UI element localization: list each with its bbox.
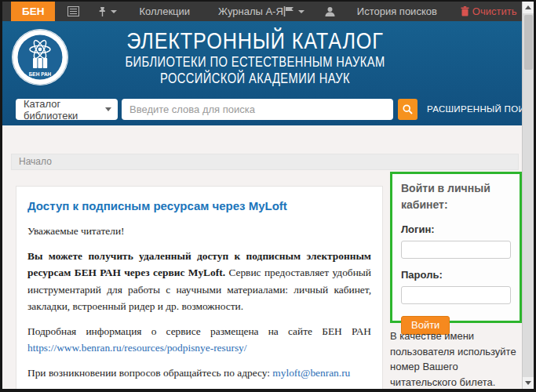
site-header: БЕН РАН ЭЛЕКТРОННЫЙ КАТАЛОГ БИБЛИОТЕКИ П… bbox=[2, 21, 522, 125]
arrow-down-icon bbox=[525, 381, 531, 385]
catalog-scope-value: Каталог библиотеки bbox=[24, 98, 105, 122]
search-history-link[interactable]: История поисков bbox=[357, 5, 437, 17]
scrollbar-down-button[interactable] bbox=[523, 377, 534, 389]
news-article-panel: Доступ к подписным ресурсам через MyLoft… bbox=[16, 186, 383, 392]
advanced-search-link[interactable]: РАСШИРЕННЫЙ ПОИСК bbox=[427, 99, 536, 120]
user-icon bbox=[325, 6, 335, 17]
catalog-title-block: ЭЛЕКТРОННЫЙ КАТАЛОГ БИБЛИОТЕКИ ПО ЕСТЕСТ… bbox=[84, 27, 427, 87]
sidebar: Войти в личный кабинет: Логин: Пароль: В… bbox=[390, 172, 522, 392]
list-icon[interactable] bbox=[67, 6, 79, 16]
pin-menu-button[interactable] bbox=[98, 6, 117, 17]
catalog-title: ЭЛЕКТРОННЫЙ КАТАЛОГ bbox=[84, 27, 427, 54]
breadcrumb[interactable]: Начало bbox=[11, 154, 519, 170]
article-paragraph: Подробная информация о сервисе размещена… bbox=[27, 323, 371, 356]
article-text: При возникновении вопросов обращайтесь п… bbox=[27, 367, 272, 379]
password-label: Пароль: bbox=[401, 269, 511, 281]
search-bar: Каталог библиотеки РАСШИРЕННЫЙ ПОИСК bbox=[2, 99, 522, 120]
pin-icon bbox=[98, 6, 107, 17]
login-input[interactable] bbox=[401, 241, 511, 259]
myloft-email-link[interactable]: myloft@benran.ru bbox=[272, 367, 350, 379]
scrollbar[interactable] bbox=[522, 2, 534, 389]
top-navbar: БЕН РАН Коллекции Журналы А-Я История по… bbox=[2, 2, 522, 21]
catalog-subtitle-2: РОССИЙСКОЙ АКАДЕМИИ НАУК bbox=[84, 71, 427, 87]
scrollbar-thumb[interactable] bbox=[524, 15, 533, 70]
search-input[interactable] bbox=[122, 99, 393, 120]
arrow-up-icon bbox=[525, 5, 531, 9]
clear-history-label: Очистить bbox=[472, 5, 517, 17]
search-icon bbox=[403, 104, 413, 114]
login-panel-highlighted: Войти в личный кабинет: Логин: Пароль: В… bbox=[390, 172, 522, 323]
clear-history-button[interactable]: Очистить bbox=[461, 5, 517, 17]
logo-text: БЕН РАН bbox=[29, 71, 52, 77]
sidebar-note-text-1: В качестве имени пользователя используйт… bbox=[390, 330, 516, 388]
article-paragraph: Уважаемые читатели! bbox=[27, 223, 371, 239]
article-title-myloft[interactable]: Доступ к подписным ресурсам через MyLoft bbox=[27, 198, 371, 214]
sidebar-note: В качестве имени пользователя используйт… bbox=[390, 328, 522, 392]
catalog-scope-select[interactable]: Каталог библиотеки bbox=[16, 99, 118, 120]
caret-down-icon bbox=[298, 10, 304, 13]
login-label: Логин: bbox=[401, 223, 511, 235]
catalog-subtitle-1: БИБЛИОТЕКИ ПО ЕСТЕСТВЕННЫМ НАУКАМ bbox=[84, 54, 427, 71]
nav-journals-az[interactable]: Журналы А-Я bbox=[218, 5, 283, 17]
caret-down-icon bbox=[111, 10, 117, 13]
nav-collections[interactable]: Коллекции bbox=[139, 5, 190, 17]
article-paragraph: При возникновении вопросов обращайтесь п… bbox=[27, 365, 371, 381]
browser-page: БЕН РАН Коллекции Журналы А-Я История по… bbox=[0, 0, 536, 392]
chevron-down-icon bbox=[105, 107, 111, 111]
trash-icon bbox=[461, 6, 469, 16]
page-body: Начало Доступ к подписным ресурсам через… bbox=[2, 125, 522, 389]
article-paragraph: Вы можете получить удаленный доступ к по… bbox=[27, 248, 371, 314]
article-body: Уважаемые читатели! Вы можете получить у… bbox=[27, 223, 371, 381]
language-flag-button[interactable] bbox=[283, 6, 304, 16]
flag-icon bbox=[283, 6, 294, 16]
user-account-button[interactable] bbox=[325, 6, 335, 17]
login-heading: Войти в личный кабинет: bbox=[401, 180, 511, 213]
password-input[interactable] bbox=[401, 286, 511, 304]
search-button[interactable] bbox=[398, 99, 417, 120]
benran-logo[interactable]: БЕН РАН bbox=[11, 28, 69, 89]
benran-home-button[interactable]: БЕН РАН bbox=[11, 2, 55, 21]
scrollbar-up-button[interactable] bbox=[523, 2, 534, 13]
article-text: Подробная информация о сервисе размещена… bbox=[27, 325, 371, 337]
benran-resources-link[interactable]: https://www.benran.ru/resources/podpisny… bbox=[27, 342, 247, 354]
